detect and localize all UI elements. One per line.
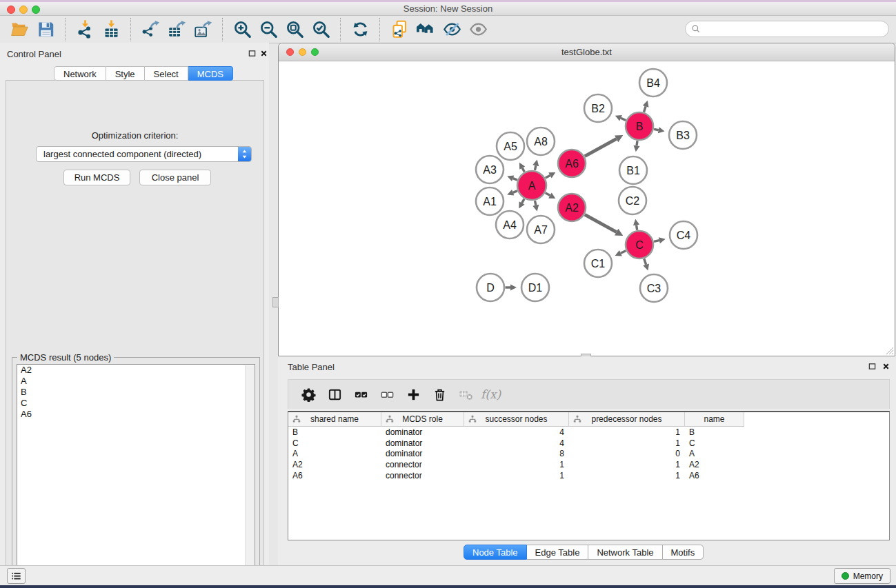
table-cell[interactable]: B: [685, 427, 744, 437]
select-all-button[interactable]: [348, 384, 374, 405]
open-session-button[interactable]: [6, 19, 32, 41]
table-row[interactable]: A2connector11A2: [288, 459, 889, 470]
show-graphics-button[interactable]: [465, 19, 491, 41]
table-cell[interactable]: connector: [381, 471, 464, 480]
table-cell[interactable]: 0: [569, 449, 685, 458]
mcds-result-item[interactable]: A6: [17, 409, 255, 420]
edge-A6-B[interactable]: [585, 139, 617, 156]
table-cell[interactable]: C: [288, 438, 381, 448]
edge-A-A3[interactable]: [513, 179, 517, 180]
edge-A-A4[interactable]: [522, 199, 524, 203]
export-network-button[interactable]: [137, 19, 163, 41]
edge-C-C2[interactable]: [637, 225, 637, 230]
table-row[interactable]: Cdominator41C: [288, 438, 889, 449]
table-cell[interactable]: B: [288, 427, 381, 437]
import-table-button[interactable]: [98, 19, 124, 41]
zoom-fit-button[interactable]: [281, 19, 308, 41]
split-pane-handle-vertical[interactable]: [272, 297, 279, 307]
column-header-shared-name[interactable]: shared name: [288, 412, 381, 427]
table-cell[interactable]: dominator: [381, 427, 464, 437]
edge-B-B3[interactable]: [654, 129, 659, 130]
save-session-button[interactable]: [32, 19, 59, 41]
edge-C-C4[interactable]: [654, 241, 659, 242]
mcds-result-item[interactable]: B: [17, 387, 255, 398]
table-cell[interactable]: 1: [569, 471, 685, 480]
tab-edge-table[interactable]: Edge Table: [527, 545, 589, 560]
zoom-in-button[interactable]: [229, 19, 255, 41]
mcds-result-item[interactable]: A2: [17, 365, 255, 376]
tab-select[interactable]: Select: [145, 66, 188, 81]
table-cell[interactable]: A2: [288, 460, 381, 469]
table-cell[interactable]: A6: [288, 471, 381, 480]
table-cell[interactable]: dominator: [381, 449, 464, 458]
edge-B-B1[interactable]: [637, 141, 637, 145]
search-input[interactable]: [704, 23, 888, 35]
search-field[interactable]: [685, 21, 889, 37]
refresh-button[interactable]: [347, 19, 373, 41]
import-network-button[interactable]: [72, 19, 98, 41]
column-header-successor-nodes[interactable]: successor nodes: [464, 412, 569, 427]
table-cell[interactable]: dominator: [381, 438, 464, 448]
edge-A2-C[interactable]: [585, 214, 617, 232]
table-cell[interactable]: A: [288, 449, 381, 458]
mcds-result-item[interactable]: C: [17, 398, 255, 409]
table-row[interactable]: A6connector11A6: [288, 470, 889, 481]
column-header-predecessor-nodes[interactable]: predecessor nodes: [569, 412, 685, 427]
table-cell[interactable]: 4: [464, 427, 569, 437]
tab-mcds[interactable]: MCDS: [188, 66, 233, 81]
network-window-titlebar[interactable]: testGlobe.txt: [279, 43, 895, 61]
home-button[interactable]: [412, 19, 439, 41]
table-cell[interactable]: 1: [569, 460, 685, 469]
edge-B-B4[interactable]: [644, 106, 646, 112]
table-row[interactable]: Adominator80A: [288, 448, 889, 459]
edge-B-B2[interactable]: [621, 118, 626, 120]
float-table-panel-icon[interactable]: [868, 362, 877, 371]
network-graph-canvas[interactable]: A5A8A3AA1A4A7A6A2B2B4BB3B1C2C4CC1C3DD1: [279, 61, 895, 356]
column-header-name[interactable]: name: [685, 412, 744, 427]
add-row-button[interactable]: [400, 384, 426, 405]
edge-A-A2[interactable]: [546, 193, 550, 196]
close-panel-button[interactable]: Close panel: [139, 170, 211, 185]
export-table-button[interactable]: [163, 19, 190, 41]
table-cell[interactable]: C: [685, 438, 744, 448]
columns-button[interactable]: [321, 384, 348, 405]
table-cell[interactable]: 8: [464, 449, 569, 458]
table-cell[interactable]: A6: [685, 471, 744, 480]
edge-C-C3[interactable]: [644, 258, 646, 264]
tab-node-table[interactable]: Node Table: [464, 545, 527, 560]
export-image-button[interactable]: [190, 19, 216, 41]
tab-network-table[interactable]: Network Table: [588, 545, 662, 560]
table-cell[interactable]: 1: [464, 471, 569, 480]
edge-A-A5[interactable]: [522, 168, 524, 172]
column-header-MCDS-role[interactable]: MCDS role: [381, 412, 464, 427]
settings-button[interactable]: [295, 384, 321, 405]
edge-C-C1[interactable]: [621, 251, 626, 253]
tab-network[interactable]: Network: [54, 66, 106, 81]
edge-A-A1[interactable]: [513, 191, 517, 192]
run-mcds-button[interactable]: Run MCDS: [63, 170, 130, 185]
table-row[interactable]: Bdominator41B: [288, 427, 889, 438]
close-table-panel-icon[interactable]: [882, 362, 890, 371]
table-cell[interactable]: A2: [685, 460, 744, 469]
mcds-result-list[interactable]: A2ABCA6: [17, 364, 255, 584]
table-cell[interactable]: 1: [569, 427, 685, 437]
edge-A-A7[interactable]: [535, 201, 535, 205]
task-history-button[interactable]: [7, 568, 26, 584]
result-list-scrollbar[interactable]: [245, 365, 254, 582]
table-cell[interactable]: 1: [569, 438, 685, 448]
mcds-result-item[interactable]: A: [17, 376, 255, 387]
float-panel-icon[interactable]: [248, 49, 257, 58]
tab-style[interactable]: Style: [106, 66, 145, 81]
table-cell[interactable]: 1: [464, 460, 569, 469]
window-resize-grip[interactable]: [884, 345, 893, 354]
node-table[interactable]: shared nameMCDS rolesuccessor nodesprede…: [288, 411, 890, 540]
tab-motifs[interactable]: Motifs: [663, 545, 704, 560]
copy-network-button[interactable]: [386, 19, 412, 41]
table-cell[interactable]: A: [685, 449, 744, 458]
optimization-criterion-select[interactable]: largest connected component (directed): [36, 146, 252, 162]
close-panel-icon[interactable]: [259, 49, 268, 58]
table-cell[interactable]: connector: [381, 460, 464, 469]
zoom-selected-button[interactable]: [308, 19, 334, 41]
memory-button[interactable]: Memory: [834, 568, 890, 584]
table-cell[interactable]: 4: [464, 438, 569, 448]
